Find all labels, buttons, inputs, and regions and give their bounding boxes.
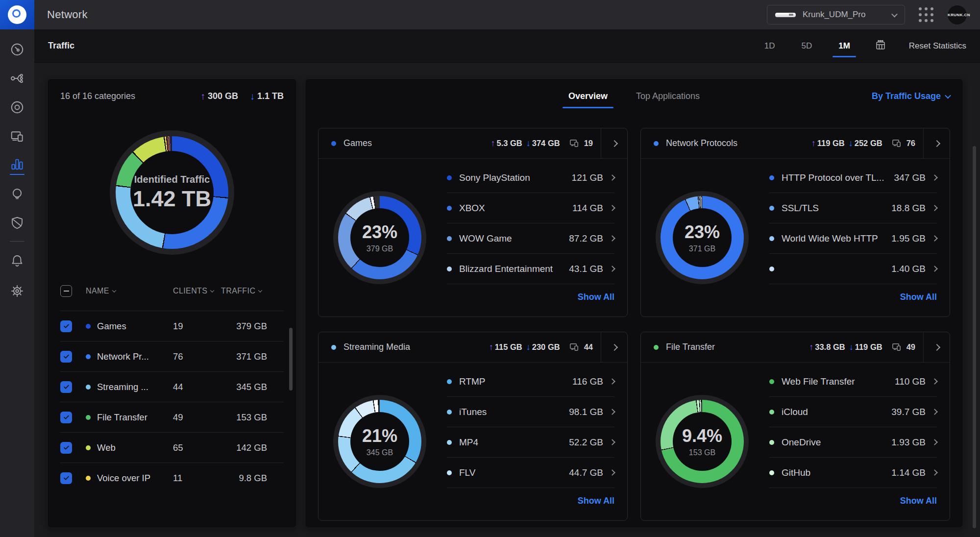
card-stats: ↑115 GB ↓230 GB 44: [489, 342, 601, 353]
table-row[interactable]: Web 65 142 GB: [60, 432, 284, 463]
app-row[interactable]: OneDrive 1.93 GB: [769, 427, 937, 458]
statistics-active-underline: [10, 174, 24, 175]
show-all-link[interactable]: Show All: [447, 488, 614, 513]
card-expand-button[interactable]: [923, 332, 950, 362]
table-row[interactable]: Network Pr... 76 371 GB: [60, 341, 284, 371]
row-checkbox[interactable]: [60, 472, 72, 484]
console-selector-label: Krunk_UDM_Pro: [803, 10, 866, 20]
total-upload: ↑300 GB: [200, 91, 238, 102]
categories-summary: 16 of 16 categories: [60, 91, 135, 101]
range-tab-5d[interactable]: 5D: [799, 29, 814, 63]
app-row[interactable]: SSL/TLS 18.8 GB: [769, 193, 937, 223]
tab-overview[interactable]: Overview: [568, 84, 608, 108]
card-donut-bezel: 23% 371 GB: [656, 191, 749, 284]
download-arrow-icon: ↓: [526, 342, 531, 352]
table-row[interactable]: Games 19 379 GB: [60, 311, 284, 341]
chevron-down-icon: [892, 10, 897, 19]
card-donut-center: 23% 371 GB: [673, 208, 732, 267]
app-row[interactable]: World Wide Web HTTP 1.95 GB: [769, 223, 937, 254]
unifi-logo[interactable]: [0, 0, 34, 29]
app-dot: [447, 410, 452, 415]
app-list: Web File Transfer 110 GB iCloud 39.7 GB: [769, 363, 937, 520]
sidebar-item-settings[interactable]: [9, 283, 25, 299]
sort-dropdown[interactable]: By Traffic Usage: [872, 84, 950, 108]
chevron-right-icon: [931, 409, 938, 415]
app-row[interactable]: Web File Transfer 110 GB: [769, 366, 937, 397]
chevron-right-icon: [609, 378, 615, 385]
app-dot: [769, 470, 774, 475]
sidebar-item-unifi-devices[interactable]: [9, 99, 25, 116]
card-percent: 23%: [685, 222, 720, 243]
apps-grid-icon[interactable]: [919, 7, 933, 22]
calendar-icon[interactable]: [875, 39, 886, 53]
table-scrollbar[interactable]: [289, 328, 293, 391]
app-row[interactable]: GitHub 1.14 GB: [769, 458, 937, 488]
sidebar-item-statistics[interactable]: [9, 157, 25, 173]
reset-statistics-button[interactable]: Reset Statistics: [909, 41, 966, 51]
sort-by-clients[interactable]: CLIENTS: [173, 287, 221, 295]
app-row[interactable]: FLV 44.7 GB: [447, 458, 614, 488]
range-tab-1d[interactable]: 1D: [762, 29, 777, 63]
sort-by-name[interactable]: NAME: [73, 287, 173, 295]
card-expand-button[interactable]: [601, 128, 627, 158]
app-row[interactable]: iCloud 39.7 GB: [769, 397, 937, 427]
card-percent: 21%: [362, 426, 397, 446]
row-checkbox[interactable]: [60, 320, 72, 332]
card-body: 21% 345 GB RTMP 116 GB: [318, 363, 627, 520]
app-row[interactable]: Blizzard Entertainment 43.1 GB: [447, 254, 614, 284]
bar-chart-icon: [10, 157, 24, 171]
row-checkbox[interactable]: [60, 351, 72, 363]
app-row[interactable]: MP4 52.2 GB: [447, 427, 614, 458]
chevron-right-icon: [609, 174, 615, 181]
upload-arrow-icon: ↑: [490, 138, 495, 148]
row-checkbox[interactable]: [60, 412, 72, 423]
row-checkbox[interactable]: [60, 381, 72, 393]
sidebar-item-insights[interactable]: [9, 186, 25, 202]
card-stats: ↑119 GB ↓252 GB 76: [811, 138, 923, 149]
chevron-right-icon: [609, 409, 615, 415]
sidebar-item-clients[interactable]: [9, 128, 25, 145]
chevron-right-icon: [931, 235, 938, 242]
top-bar-right: Krunk_UDM_Pro KRUNK.CN: [767, 5, 967, 25]
card-expand-button[interactable]: [923, 128, 950, 158]
sort-by-traffic[interactable]: TRAFFIC: [221, 287, 284, 295]
tab-top-applications[interactable]: Top Applications: [636, 84, 700, 108]
sidebar-item-security[interactable]: [9, 215, 25, 231]
avatar[interactable]: KRUNK.CN: [947, 5, 967, 25]
sidebar-item-topology[interactable]: [9, 70, 25, 87]
card-expand-button[interactable]: [601, 332, 627, 362]
show-all-link[interactable]: Show All: [769, 488, 937, 513]
app-row[interactable]: Sony PlayStation 121 GB: [447, 163, 614, 193]
chevron-right-icon: [609, 205, 615, 211]
category-dot: [86, 415, 91, 420]
identified-traffic-donut: Identified Traffic 1.42 TB: [116, 136, 228, 249]
client-devices-icon: [891, 342, 903, 353]
select-all-checkbox[interactable]: [60, 285, 72, 297]
app-dot: [769, 236, 774, 241]
sidebar-item-notifications[interactable]: [9, 252, 25, 269]
app-row[interactable]: iTunes 98.1 GB: [447, 397, 614, 427]
app-row[interactable]: XBOX 114 GB: [447, 193, 614, 223]
table-row[interactable]: Voice over IP 11 9.8 GB: [60, 463, 284, 493]
categories-panel-header: 16 of 16 categories ↑300 GB ↓1.1 TB: [60, 91, 284, 102]
table-row[interactable]: Streaming ... 44 345 GB: [60, 371, 284, 402]
sidebar-item-dashboard[interactable]: [9, 41, 25, 58]
app-row[interactable]: WOW Game 87.2 GB: [447, 223, 614, 254]
content-area: 16 of 16 categories ↑300 GB ↓1.1 TB Iden…: [34, 63, 980, 537]
range-tab-1m[interactable]: 1M: [836, 29, 852, 63]
app-row[interactable]: RTMP 116 GB: [447, 366, 614, 397]
console-selector[interactable]: Krunk_UDM_Pro: [767, 5, 905, 24]
page-scrollbar[interactable]: [973, 146, 976, 528]
app-row[interactable]: HTTP Protocol over TL... 347 GB: [769, 163, 937, 193]
chevron-right-icon: [931, 378, 938, 385]
unifi-logo-ball: [8, 5, 26, 24]
download-arrow-icon: ↓: [526, 138, 531, 148]
app-row[interactable]: 1.40 GB: [769, 254, 937, 284]
bell-icon: [10, 253, 24, 268]
show-all-link[interactable]: Show All: [769, 284, 937, 310]
table-row[interactable]: File Transfer 49 153 GB: [60, 402, 284, 432]
row-checkbox[interactable]: [60, 442, 72, 454]
category-dot: [86, 324, 91, 329]
app-list: HTTP Protocol over TL... 347 GB SSL/TLS …: [769, 159, 937, 317]
show-all-link[interactable]: Show All: [447, 284, 614, 310]
